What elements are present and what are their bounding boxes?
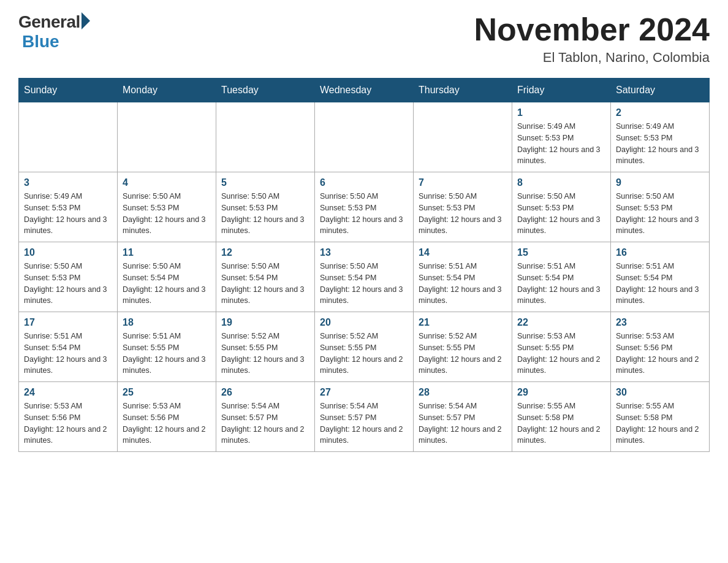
calendar-cell xyxy=(19,102,118,172)
calendar-cell: 19Sunrise: 5:52 AMSunset: 5:55 PMDayligh… xyxy=(216,312,315,382)
day-number: 13 xyxy=(320,247,408,258)
calendar-cell: 6Sunrise: 5:50 AMSunset: 5:53 PMDaylight… xyxy=(315,172,414,242)
day-info: Sunrise: 5:52 AMSunset: 5:55 PMDaylight:… xyxy=(221,331,309,377)
calendar-cell: 3Sunrise: 5:49 AMSunset: 5:53 PMDaylight… xyxy=(19,172,118,242)
week-row-3: 10Sunrise: 5:50 AMSunset: 5:53 PMDayligh… xyxy=(19,242,710,312)
day-info: Sunrise: 5:53 AMSunset: 5:56 PMDaylight:… xyxy=(123,400,211,446)
day-number: 29 xyxy=(517,387,605,398)
header-sunday: Sunday xyxy=(19,79,118,102)
day-info: Sunrise: 5:50 AMSunset: 5:53 PMDaylight:… xyxy=(419,191,507,237)
day-number: 16 xyxy=(616,247,704,258)
day-info: Sunrise: 5:54 AMSunset: 5:57 PMDaylight:… xyxy=(221,400,309,446)
day-info: Sunrise: 5:53 AMSunset: 5:55 PMDaylight:… xyxy=(517,331,605,377)
calendar-cell: 7Sunrise: 5:50 AMSunset: 5:53 PMDaylight… xyxy=(414,172,512,242)
day-info: Sunrise: 5:55 AMSunset: 5:58 PMDaylight:… xyxy=(517,400,605,446)
logo-blue-text: Blue xyxy=(22,32,59,52)
header-wednesday: Wednesday xyxy=(315,79,414,102)
day-number: 15 xyxy=(517,247,605,258)
day-info: Sunrise: 5:52 AMSunset: 5:55 PMDaylight:… xyxy=(320,331,408,377)
day-info: Sunrise: 5:51 AMSunset: 5:54 PMDaylight:… xyxy=(24,331,112,377)
day-number: 18 xyxy=(123,317,211,328)
day-number: 11 xyxy=(123,247,211,258)
title-section: November 2024 El Tablon, Narino, Colombi… xyxy=(474,12,710,66)
day-info: Sunrise: 5:49 AMSunset: 5:53 PMDaylight:… xyxy=(517,121,605,167)
day-info: Sunrise: 5:49 AMSunset: 5:53 PMDaylight:… xyxy=(24,191,112,237)
calendar-cell: 25Sunrise: 5:53 AMSunset: 5:56 PMDayligh… xyxy=(118,382,216,452)
calendar-cell: 1Sunrise: 5:49 AMSunset: 5:53 PMDaylight… xyxy=(512,102,611,172)
day-number: 1 xyxy=(517,107,605,118)
day-number: 28 xyxy=(419,387,507,398)
day-number: 3 xyxy=(24,177,112,188)
calendar-cell xyxy=(118,102,216,172)
day-info: Sunrise: 5:50 AMSunset: 5:54 PMDaylight:… xyxy=(123,261,211,307)
calendar-table: SundayMondayTuesdayWednesdayThursdayFrid… xyxy=(18,78,710,452)
day-number: 14 xyxy=(419,247,507,258)
day-number: 20 xyxy=(320,317,408,328)
calendar-cell: 5Sunrise: 5:50 AMSunset: 5:53 PMDaylight… xyxy=(216,172,315,242)
day-info: Sunrise: 5:52 AMSunset: 5:55 PMDaylight:… xyxy=(419,331,507,377)
calendar-cell: 29Sunrise: 5:55 AMSunset: 5:58 PMDayligh… xyxy=(512,382,611,452)
day-info: Sunrise: 5:50 AMSunset: 5:53 PMDaylight:… xyxy=(616,191,704,237)
calendar-cell: 27Sunrise: 5:54 AMSunset: 5:57 PMDayligh… xyxy=(315,382,414,452)
calendar-cell: 20Sunrise: 5:52 AMSunset: 5:55 PMDayligh… xyxy=(315,312,414,382)
day-info: Sunrise: 5:51 AMSunset: 5:55 PMDaylight:… xyxy=(123,331,211,377)
page-header: General Blue November 2024 El Tablon, Na… xyxy=(18,12,710,66)
day-info: Sunrise: 5:50 AMSunset: 5:53 PMDaylight:… xyxy=(517,191,605,237)
day-info: Sunrise: 5:55 AMSunset: 5:58 PMDaylight:… xyxy=(616,400,704,446)
day-info: Sunrise: 5:54 AMSunset: 5:57 PMDaylight:… xyxy=(419,400,507,446)
location-title: El Tablon, Narino, Colombia xyxy=(474,50,710,66)
day-number: 30 xyxy=(616,387,704,398)
day-number: 4 xyxy=(123,177,211,188)
day-number: 9 xyxy=(616,177,704,188)
calendar-cell: 11Sunrise: 5:50 AMSunset: 5:54 PMDayligh… xyxy=(118,242,216,312)
day-info: Sunrise: 5:50 AMSunset: 5:53 PMDaylight:… xyxy=(221,191,309,237)
day-info: Sunrise: 5:54 AMSunset: 5:57 PMDaylight:… xyxy=(320,400,408,446)
day-number: 21 xyxy=(419,317,507,328)
day-info: Sunrise: 5:53 AMSunset: 5:56 PMDaylight:… xyxy=(24,400,112,446)
calendar-cell: 16Sunrise: 5:51 AMSunset: 5:54 PMDayligh… xyxy=(611,242,710,312)
day-info: Sunrise: 5:50 AMSunset: 5:54 PMDaylight:… xyxy=(221,261,309,307)
calendar-cell: 28Sunrise: 5:54 AMSunset: 5:57 PMDayligh… xyxy=(414,382,512,452)
day-info: Sunrise: 5:53 AMSunset: 5:56 PMDaylight:… xyxy=(616,331,704,377)
header-friday: Friday xyxy=(512,79,611,102)
calendar-cell xyxy=(315,102,414,172)
calendar-header-row: SundayMondayTuesdayWednesdayThursdayFrid… xyxy=(19,79,710,102)
day-number: 22 xyxy=(517,317,605,328)
calendar-cell: 18Sunrise: 5:51 AMSunset: 5:55 PMDayligh… xyxy=(118,312,216,382)
calendar-cell: 22Sunrise: 5:53 AMSunset: 5:55 PMDayligh… xyxy=(512,312,611,382)
calendar-cell xyxy=(414,102,512,172)
day-number: 2 xyxy=(616,107,704,118)
calendar-cell: 14Sunrise: 5:51 AMSunset: 5:54 PMDayligh… xyxy=(414,242,512,312)
header-monday: Monday xyxy=(118,79,216,102)
day-number: 10 xyxy=(24,247,112,258)
day-number: 27 xyxy=(320,387,408,398)
day-info: Sunrise: 5:50 AMSunset: 5:54 PMDaylight:… xyxy=(320,261,408,307)
calendar-cell: 2Sunrise: 5:49 AMSunset: 5:53 PMDaylight… xyxy=(611,102,710,172)
day-number: 23 xyxy=(616,317,704,328)
header-thursday: Thursday xyxy=(414,79,512,102)
calendar-cell: 23Sunrise: 5:53 AMSunset: 5:56 PMDayligh… xyxy=(611,312,710,382)
week-row-5: 24Sunrise: 5:53 AMSunset: 5:56 PMDayligh… xyxy=(19,382,710,452)
calendar-cell: 26Sunrise: 5:54 AMSunset: 5:57 PMDayligh… xyxy=(216,382,315,452)
month-title: November 2024 xyxy=(474,12,710,47)
day-info: Sunrise: 5:51 AMSunset: 5:54 PMDaylight:… xyxy=(517,261,605,307)
calendar-cell: 15Sunrise: 5:51 AMSunset: 5:54 PMDayligh… xyxy=(512,242,611,312)
logo-arrow-icon xyxy=(82,12,90,29)
day-info: Sunrise: 5:51 AMSunset: 5:54 PMDaylight:… xyxy=(616,261,704,307)
day-number: 17 xyxy=(24,317,112,328)
day-number: 24 xyxy=(24,387,112,398)
day-info: Sunrise: 5:50 AMSunset: 5:53 PMDaylight:… xyxy=(24,261,112,307)
day-number: 25 xyxy=(123,387,211,398)
day-number: 7 xyxy=(419,177,507,188)
logo: General Blue xyxy=(18,12,90,52)
calendar-cell: 4Sunrise: 5:50 AMSunset: 5:53 PMDaylight… xyxy=(118,172,216,242)
header-saturday: Saturday xyxy=(611,79,710,102)
logo-general-text: General xyxy=(18,12,80,32)
day-number: 5 xyxy=(221,177,309,188)
calendar-cell: 21Sunrise: 5:52 AMSunset: 5:55 PMDayligh… xyxy=(414,312,512,382)
day-info: Sunrise: 5:50 AMSunset: 5:53 PMDaylight:… xyxy=(320,191,408,237)
calendar-cell: 17Sunrise: 5:51 AMSunset: 5:54 PMDayligh… xyxy=(19,312,118,382)
day-number: 26 xyxy=(221,387,309,398)
calendar-cell: 13Sunrise: 5:50 AMSunset: 5:54 PMDayligh… xyxy=(315,242,414,312)
day-info: Sunrise: 5:51 AMSunset: 5:54 PMDaylight:… xyxy=(419,261,507,307)
